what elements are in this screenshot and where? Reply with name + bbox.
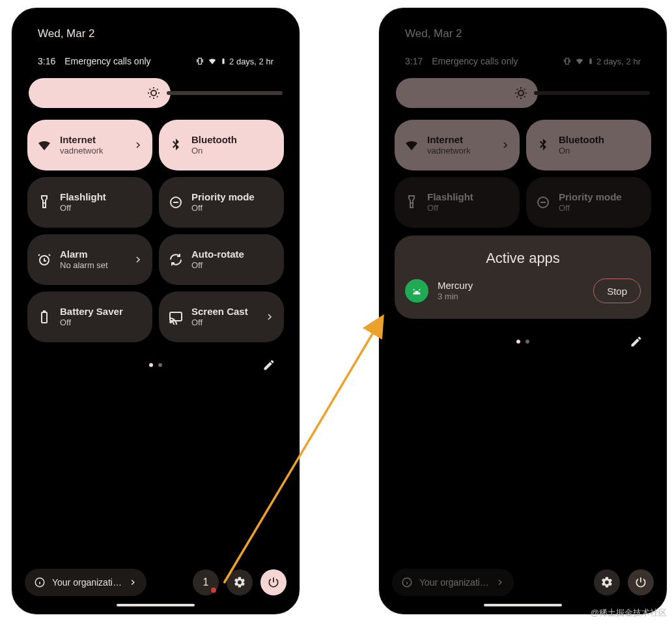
chevron-right-icon [133,140,143,150]
svg-point-5 [170,321,171,323]
tile-subtitle: On [559,146,604,156]
gear-icon [233,576,246,589]
battery-text: 2 days, 2 hr [229,57,273,66]
qs-tile-flashlight[interactable]: FlashlightOff [27,177,152,228]
cast-icon [168,309,184,325]
wifi-icon [574,57,585,66]
tile-title: Battery Saver [60,306,123,318]
brightness-icon [146,85,161,101]
pager-dot-active [149,363,153,367]
qs-tile-priority[interactable]: Priority modeOff [526,177,651,228]
qs-tile-flashlight[interactable]: FlashlightOff [395,177,520,228]
phone-left: Wed, Mar 2 3:16 Emergency calls only 2 d… [12,8,300,614]
flashlight-icon [36,195,52,210]
svg-point-0 [151,90,156,96]
info-icon [401,577,413,588]
qs-tile-priority[interactable]: Priority modeOff [159,177,284,228]
qs-tile-internet[interactable]: Internetvadnetwork [395,120,520,170]
qs-date: Wed, Mar 2 [391,18,655,44]
brightness-slider[interactable] [29,78,283,108]
bluetooth-icon [535,137,551,153]
tile-title: Internet [427,134,470,146]
tile-subtitle: vadnetwork [60,146,103,156]
tile-subtitle: On [191,146,237,156]
chevron-right-icon [496,578,505,587]
priority-icon [168,195,184,210]
active-apps-button[interactable]: 1 [193,569,219,595]
svg-point-10 [418,292,419,293]
clock-text: 3:16 [38,56,55,66]
tile-title: Flashlight [427,191,473,203]
org-text: Your organizati… [419,577,489,588]
power-icon [634,576,647,589]
alarm-icon [36,252,52,267]
chevron-right-icon [500,140,511,150]
power-icon [267,576,280,589]
qs-tile-bluetooth[interactable]: BluetoothOn [159,120,284,170]
battery-icon [587,57,594,66]
svg-point-9 [414,292,415,293]
power-button[interactable] [628,569,654,595]
chevron-right-icon [128,578,137,587]
stop-button[interactable]: Stop [593,278,641,303]
tile-subtitle: No alarm set [60,260,108,271]
qs-tile-autorotate[interactable]: Auto-rotateOff [159,234,284,285]
brightness-slider[interactable] [396,78,650,108]
qs-tile-battery[interactable]: Battery SaverOff [27,292,152,342]
edit-icon[interactable] [628,333,645,350]
tile-title: Bluetooth [559,134,604,146]
tile-subtitle: Off [191,203,255,213]
org-chip[interactable]: Your organizati… [392,569,514,596]
carrier-text: Emergency calls only [432,56,518,66]
qs-tile-internet[interactable]: Internetvadnetwork [27,120,152,170]
tile-title: Internet [60,134,103,146]
priority-icon [535,195,551,210]
vibrate-icon [195,57,204,66]
org-chip[interactable]: Your organizati… [25,569,147,596]
status-bar: 3:16 Emergency calls only 2 days, 2 hr [23,44,288,73]
qs-tile-bluetooth[interactable]: BluetoothOn [526,120,651,170]
qs-tile-cast[interactable]: Screen CastOff [159,292,284,342]
tile-subtitle: Off [559,203,622,213]
qs-pager [23,357,288,373]
org-text: Your organizati… [52,577,122,588]
edit-icon[interactable] [260,357,277,373]
active-apps-panel: Active apps Mercury 3 min Stop [395,236,651,319]
battery-icon [36,309,52,325]
settings-button[interactable] [227,569,253,595]
qs-tile-alarm[interactable]: AlarmNo alarm set [27,234,152,285]
svg-point-7 [518,90,524,96]
phone-right: Wed, Mar 2 3:17 Emergency calls only 2 d… [379,8,667,614]
bluetooth-icon [168,137,184,153]
nav-home-indicator [117,604,195,606]
active-apps-title: Active apps [405,250,641,267]
battery-icon [220,57,227,66]
power-button[interactable] [260,569,287,595]
internet-icon [36,137,52,153]
chevron-right-icon [133,254,143,265]
app-name: Mercury [438,280,473,292]
brightness-icon [513,85,529,101]
vibrate-icon [563,57,572,66]
tile-subtitle: Off [60,203,106,213]
tile-title: Bluetooth [191,134,237,146]
battery-text: 2 days, 2 hr [596,57,641,66]
settings-button[interactable] [594,569,620,595]
tile-subtitle: Off [191,318,248,328]
tile-title: Screen Cast [191,306,248,318]
gear-icon [600,576,613,589]
active-apps-count: 1 [203,577,209,588]
watermark: @稀土掘金技术社区 [591,607,667,619]
tile-title: Priority mode [559,191,622,203]
carrier-text: Emergency calls only [64,56,150,66]
status-bar: 3:17 Emergency calls only 2 days, 2 hr [391,44,655,73]
autorotate-icon [168,252,184,267]
tile-title: Flashlight [60,191,106,203]
app-icon [405,279,428,303]
qs-date: Wed, Mar 2 [23,18,288,44]
tile-title: Auto-rotate [191,249,244,260]
nav-home-indicator [484,604,562,606]
clock-text: 3:17 [405,56,423,66]
tile-title: Alarm [60,249,108,260]
active-app-row: Mercury 3 min Stop [405,278,641,303]
